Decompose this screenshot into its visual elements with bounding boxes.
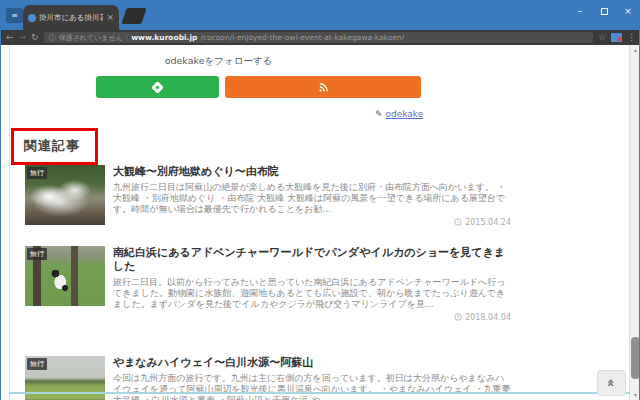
page-scrollbar[interactable]: ▴ ▾	[630, 45, 640, 400]
address-bar[interactable]: ⓘ 保護されていません | www.kuroobi.jp /cocoon/i-e…	[44, 32, 593, 43]
minimize-button[interactable]: –	[568, 0, 592, 22]
browser-toolbar: ← → ↻ ⓘ 保護されていません | www.kuroobi.jp /coco…	[1, 30, 640, 45]
site-border-left	[9, 45, 10, 400]
url-path: /cocoon/i-enjoyed-the-owl-event-at-kakeg…	[200, 33, 404, 42]
titlebar: ≡ 掛川市にある掛川花鳥園で × – ×	[1, 0, 640, 30]
article-excerpt: 今回は九州方面の旅行です。九州は主に右側の方を回っています。初日は大分県からやま…	[113, 373, 511, 400]
article-title-link[interactable]: 南紀白浜にあるアドベンチャーワールドでパンダやイルカのショーを見てきました	[113, 246, 511, 274]
category-badge: 旅行	[27, 358, 47, 370]
article-title-link[interactable]: やまなみハイウェイ〜白川水源〜阿蘇山	[113, 356, 511, 370]
article-list-item[interactable]: 旅行 南紀白浜にあるアドベンチャーワールドでパンダやイルカのショーを見てきました…	[25, 246, 511, 322]
scroll-to-top-button[interactable]: «	[597, 370, 626, 396]
tab-title: 掛川市にある掛川花鳥園で	[39, 13, 103, 23]
article-meta: 2015.04.24	[113, 218, 511, 227]
article-meta: 2018.04.04	[113, 313, 511, 322]
category-badge: 旅行	[27, 167, 47, 179]
clock-icon	[454, 313, 462, 321]
scrollbar-down-icon[interactable]: ▾	[630, 390, 640, 400]
article-body: 南紀白浜にあるアドベンチャーワールドでパンダやイルカのショーを見てきました 旅行…	[113, 246, 511, 322]
related-articles-heading: 関連記事	[24, 137, 80, 155]
browser-tab[interactable]: 掛川市にある掛川花鳥園で ×	[23, 5, 119, 30]
feedly-icon	[151, 81, 164, 94]
new-tab-button[interactable]	[121, 8, 146, 24]
article-date: 2018.04.04	[465, 313, 511, 322]
menu-lines-icon[interactable]: ≡	[6, 8, 23, 23]
article-excerpt: 九州旅行二日目は阿蘇山の絶景が楽しめる大観峰を見た後に別府・由布院方面へ向かいま…	[113, 182, 511, 215]
article-thumbnail[interactable]: 旅行	[25, 165, 105, 225]
article-list-item[interactable]: 旅行 大観峰〜別府地獄めぐり〜由布院 九州旅行二日目は阿蘇山の絶景が楽しめる大観…	[25, 165, 511, 227]
pencil-icon: ✎	[375, 109, 383, 119]
tab-close-icon[interactable]: ×	[106, 13, 114, 22]
rss-icon	[318, 82, 329, 93]
address-divider: |	[126, 34, 128, 42]
clock-icon	[454, 218, 462, 226]
category-badge: 旅行	[27, 248, 47, 260]
follow-widget-label: odekakeをフォローする	[96, 55, 341, 68]
url-host: www.kuroobi.jp	[131, 33, 197, 42]
article-title-link[interactable]: 大観峰〜別府地獄めぐり〜由布院	[113, 165, 511, 179]
author-link[interactable]: odekake	[386, 109, 424, 119]
close-window-button[interactable]: ×	[616, 0, 640, 22]
scrollbar-up-icon[interactable]: ▴	[630, 45, 640, 55]
back-icon[interactable]: ←	[6, 33, 14, 42]
feedly-follow-button[interactable]	[96, 76, 219, 98]
rss-follow-button[interactable]	[225, 76, 421, 98]
security-label: 保護されていません	[59, 33, 123, 43]
bookmark-star-icon[interactable]: ☆	[598, 33, 606, 42]
extension-icon[interactable]	[611, 33, 622, 42]
page-viewport: odekakeをフォローする ✎ odekake 関連記事 旅行 大観峰〜別府地…	[1, 45, 640, 400]
forward-icon[interactable]: →	[19, 33, 27, 42]
site-bottom-border	[9, 392, 630, 394]
tab-favicon	[28, 14, 36, 22]
related-heading-annotation-box: 関連記事	[11, 128, 98, 165]
maximize-button[interactable]	[592, 0, 616, 22]
article-excerpt: 旅行二日目。以前から行ってみたいと思っていた南紀白浜にあるアドベンチャーワールド…	[113, 277, 511, 310]
article-date: 2015.04.24	[465, 218, 511, 227]
menu-dots-icon[interactable]: ⋮	[627, 33, 636, 42]
chevron-up-icon: «	[607, 379, 617, 387]
scrollbar-thumb[interactable]	[631, 337, 640, 379]
info-icon[interactable]: ⓘ	[49, 33, 56, 43]
article-body: 大観峰〜別府地獄めぐり〜由布院 九州旅行二日目は阿蘇山の絶景が楽しめる大観峰を見…	[113, 165, 511, 227]
author-row: ✎ odekake	[375, 109, 423, 119]
maximize-icon	[601, 8, 608, 15]
article-thumbnail[interactable]: 旅行	[25, 246, 105, 306]
window-controls: – ×	[568, 0, 640, 22]
browser-window: ≡ 掛川市にある掛川花鳥園で × – × ← → ↻ ⓘ 保護されていません |…	[0, 0, 640, 400]
refresh-icon[interactable]: ↻	[31, 33, 39, 42]
